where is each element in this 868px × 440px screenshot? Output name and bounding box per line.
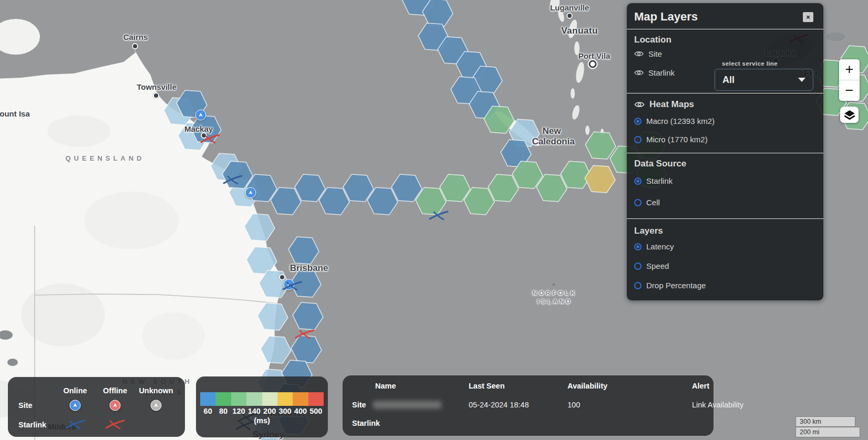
radio-unselected-icon[interactable]: [634, 199, 642, 206]
divider: [627, 29, 823, 29]
latency-tick-label: 80: [215, 407, 231, 415]
heatmap-option-micro[interactable]: Micro (1770 km2): [634, 135, 708, 144]
zoom-in-button[interactable]: +: [839, 59, 860, 80]
scale-bar-km: 300 km: [795, 416, 855, 427]
service-line-select-label: select service line: [722, 60, 778, 67]
table-row-starlink-label: Starlink: [352, 419, 380, 427]
table-row-site-label: Site: [352, 401, 366, 409]
latency-scale-ticks: 6080120140200300400500: [200, 407, 324, 415]
layers-icon: [843, 109, 856, 121]
service-line-selected-value: All: [722, 75, 735, 86]
scale-bar-mi: 200 mi: [795, 427, 860, 437]
latency-tick-label: 120: [231, 407, 246, 415]
location-starlink-label: Starlink: [648, 68, 675, 77]
radio-unselected-icon[interactable]: [634, 282, 642, 289]
datasource-option-cell[interactable]: Cell: [634, 198, 660, 207]
redacted-site-name: [373, 401, 441, 409]
latency-color-swatch: [262, 392, 277, 406]
radio-unselected-icon[interactable]: [634, 263, 642, 270]
radio-selected-icon[interactable]: [634, 118, 642, 125]
latency-tick-label: 400: [293, 407, 308, 415]
service-line-select[interactable]: select service line All: [715, 66, 813, 91]
divider: [627, 218, 823, 219]
legend-row-site-label: Site: [18, 401, 33, 410]
latency-tick-label: 500: [308, 407, 324, 415]
zoom-out-button[interactable]: −: [839, 80, 860, 101]
latency-color-swatch: [200, 392, 215, 406]
datasource-option-starlink[interactable]: Starlink: [634, 176, 673, 185]
map-layers-panel: Map Layers × Location Site Starlink sele…: [627, 3, 823, 300]
eye-icon[interactable]: [634, 101, 645, 108]
site-last-seen: 05-24-2024 18:48: [469, 401, 529, 409]
eye-icon[interactable]: [634, 50, 644, 57]
latency-color-swatch: [231, 392, 246, 406]
latency-color-swatch: [246, 392, 262, 406]
legend-header-online: Online: [63, 386, 87, 395]
radio-unselected-icon[interactable]: [634, 136, 642, 143]
site-offline-icon: [110, 400, 121, 411]
map-layers-title: Map Layers: [634, 10, 698, 24]
latency-tick-label: 140: [246, 407, 262, 415]
starlink-online-icon: [65, 420, 85, 430]
status-legend-panel: Online Offline Unknown Site Starlink: [8, 377, 185, 437]
divider: [627, 153, 823, 153]
table-header-last-seen: Last Seen: [469, 382, 505, 390]
latency-tick-label: 300: [277, 407, 293, 415]
chevron-down-icon: [798, 78, 805, 82]
site-unknown-icon: [151, 400, 162, 411]
latency-color-swatch: [277, 392, 293, 406]
location-site-label: Site: [648, 49, 662, 58]
latency-color-swatch: [293, 392, 308, 406]
service-line-select-box[interactable]: All: [715, 69, 813, 91]
divider: [627, 93, 823, 93]
radio-selected-icon[interactable]: [634, 243, 642, 250]
layers-section-title: Layers: [634, 226, 663, 236]
layer-option-drop-percentage[interactable]: Drop Percentage: [634, 281, 706, 290]
heatmap-option-macro[interactable]: Macro (12393 km2): [634, 117, 715, 125]
location-section-title: Location: [634, 35, 671, 45]
location-item-site[interactable]: Site: [634, 49, 662, 58]
table-header-name: Name: [375, 382, 396, 390]
radio-selected-icon[interactable]: [634, 177, 642, 185]
latency-tick-label: 200: [262, 407, 277, 415]
legend-row-starlink-label: Starlink: [18, 421, 46, 429]
latency-scale-unit: (ms): [196, 416, 328, 425]
eye-icon[interactable]: [634, 69, 644, 76]
close-icon[interactable]: ×: [803, 12, 813, 22]
zoom-control: + −: [839, 59, 860, 101]
latency-color-swatch: [308, 392, 324, 406]
site-online-icon: [70, 400, 81, 411]
layer-option-speed[interactable]: Speed: [634, 261, 669, 270]
latency-color-swatch: [215, 392, 231, 406]
latency-color-bar: [200, 392, 324, 406]
legend-header-offline: Offline: [103, 386, 127, 395]
latency-tick-label: 60: [200, 407, 215, 415]
layer-option-latency[interactable]: Latency: [634, 242, 674, 251]
selected-site-table: Name Last Seen Availability Alert Site 0…: [343, 375, 714, 436]
table-header-alert: Alert: [692, 382, 709, 390]
starlink-offline-icon: [105, 420, 125, 430]
legend-header-unknown: Unknown: [139, 386, 173, 395]
location-item-starlink[interactable]: Starlink: [634, 68, 675, 77]
site-alert: Link Availability: [692, 401, 743, 409]
basemap-layers-button[interactable]: [840, 107, 859, 123]
table-header-availability: Availability: [567, 382, 607, 390]
site-availability: 100: [567, 401, 580, 409]
data-source-section-title: Data Source: [634, 159, 686, 169]
heat-maps-section-title[interactable]: Heat Maps: [634, 99, 694, 110]
map-viewport[interactable]: CairnsTownsvilleMackayBrisbaneSydneyNewc…: [0, 0, 868, 440]
latency-scale-panel: 6080120140200300400500 (ms): [196, 376, 328, 437]
